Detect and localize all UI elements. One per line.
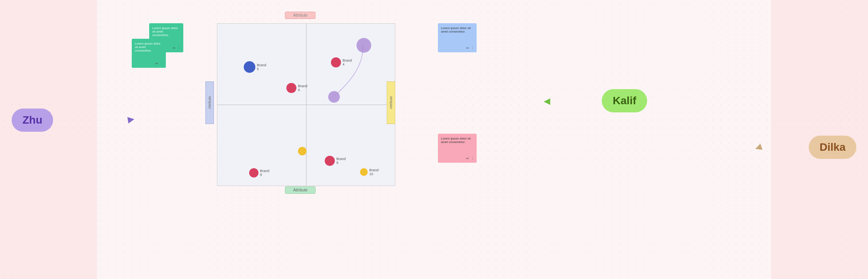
name-dilka-text: Dilka: [820, 141, 846, 153]
name-label-zhu: Zhu: [12, 108, 53, 132]
canvas: [97, 0, 771, 279]
label-bottom: Attribute: [285, 186, 315, 194]
brand-label-4: Brand4: [343, 59, 352, 66]
more-icon-pink[interactable]: ⋮: [471, 157, 474, 160]
brand-dot-purple-top: [356, 38, 371, 53]
sticky-note-teal-front[interactable]: Lorem ipsum dolor sit amet consectetur. …: [132, 39, 166, 68]
sticky-note-text: Lorem ipsum dolor sit amet consectetur.: [152, 26, 178, 37]
brand-label-8: Brand8: [260, 169, 269, 177]
sticky-note-text-blue: Lorem ipsum dolor sit amet consectetur.: [441, 26, 470, 33]
sticky-note-text-pink: Lorem ipsum dolor sit amet consectetur.: [441, 137, 470, 144]
name-label-kalif: Kalif: [602, 89, 647, 112]
brand-dot-8: Brand8: [249, 168, 258, 177]
brand-dot-purple-mid: [328, 91, 340, 103]
sticky-note-text: Lorem ipsum dolor sit amet consectetur.: [135, 42, 160, 52]
brand-label-5: Brand5: [257, 63, 266, 71]
more-icon[interactable]: ⋮: [160, 62, 164, 65]
quadrant-container: Attribute Attribute Brand5 Brand6 Brand4: [205, 12, 395, 194]
brand-dot-9: Brand9: [325, 156, 335, 166]
quadrant-chart: Brand5 Brand6 Brand4 Brand8 Brand9 Brand…: [217, 23, 395, 186]
edit-icon-blue[interactable]: ✏: [466, 46, 469, 50]
name-label-dilka: Dilka: [809, 136, 856, 159]
more-icon[interactable]: ⋮: [177, 46, 181, 50]
edit-icon[interactable]: ✏: [173, 46, 176, 50]
name-kalif-text: Kalif: [613, 95, 636, 107]
brand-label-10: Brand10: [369, 168, 379, 176]
sticky-note-blue[interactable]: Lorem ipsum dolor sit amet consectetur. …: [438, 23, 477, 52]
label-right: Attribute: [387, 81, 395, 124]
label-top: Attribute: [285, 12, 315, 19]
brand-dot-6: Brand6: [286, 83, 296, 93]
brand-label-6: Brand6: [298, 84, 307, 92]
brand-dot-5: Brand5: [244, 61, 255, 73]
more-icon-blue[interactable]: ⋮: [471, 46, 474, 50]
brand-label-9: Brand9: [336, 157, 346, 165]
cursor-arrow-kalif: ▶: [544, 96, 550, 106]
brand-dot-7: [298, 147, 307, 155]
brand-dot-4: Brand4: [331, 57, 341, 67]
edit-icon-pink[interactable]: ✏: [466, 157, 469, 160]
brand-dot-10: Brand10: [360, 168, 368, 176]
sticky-note-pink[interactable]: Lorem ipsum dolor sit amet consectetur. …: [438, 134, 477, 163]
edit-icon[interactable]: ✏: [155, 62, 158, 65]
name-zhu-text: Zhu: [22, 114, 42, 126]
label-left: Attribute: [205, 81, 214, 124]
